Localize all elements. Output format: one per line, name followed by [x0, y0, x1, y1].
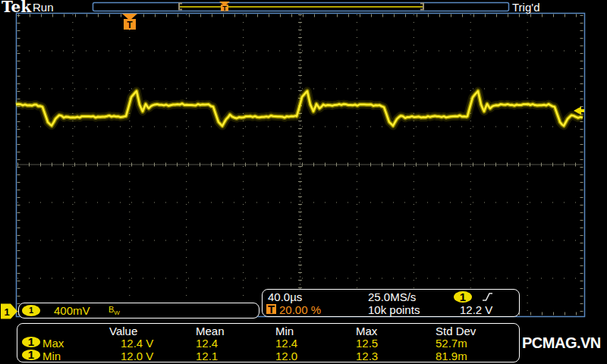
- svg-text:T: T: [127, 20, 133, 30]
- measurement-value: 81.9m: [436, 350, 467, 362]
- measurement-value: 12.1: [196, 350, 218, 362]
- rising-edge-slope-icon: [481, 291, 493, 303]
- trigger-position-percent: 20.00 %: [279, 303, 321, 316]
- measurement-row: 1Min12.0 V12.112.012.381.9m: [17, 350, 519, 362]
- watermark: PCMAG.VN: [522, 334, 601, 352]
- measurement-value: 52.7m: [436, 337, 467, 350]
- measurement-header: Value: [109, 325, 137, 337]
- trigger-status: Trig'd: [512, 1, 539, 14]
- measurement-header: Min: [275, 325, 294, 337]
- trigger-source-badge: 1: [454, 291, 472, 303]
- measurement-header: Max: [356, 325, 377, 337]
- measurement-value: 12.4 V: [121, 337, 153, 350]
- measurement-channel-badge: 1: [22, 337, 40, 347]
- measurement-value: 12.3: [356, 350, 378, 362]
- measurement-value: 12.4: [275, 337, 297, 350]
- measurement-value: 12.0: [275, 350, 297, 362]
- acquisition-status: Run: [33, 1, 54, 14]
- record-length: 10k points: [368, 303, 420, 316]
- timebase-trigger-readout-box: 40.0µs 25.0MS/s 1 T 20.00 % 10k points 1…: [262, 289, 520, 317]
- channel1-badge: 1: [22, 305, 40, 316]
- measurement-row: 1Max12.4 V12.412.412.552.7m: [17, 337, 519, 349]
- measurement-channel-badge: 1: [22, 350, 40, 360]
- timebase-scale: 40.0µs: [268, 290, 302, 303]
- measurement-table: ValueMeanMinMaxStd Dev1Max12.4 V12.412.4…: [17, 323, 520, 362]
- oscilloscope-screen: TT1 Tek Run Trig'd 1 400mV BW 40.0µs 25.…: [0, 0, 607, 364]
- tek-logo: Tek: [2, 0, 31, 16]
- measurement-header: Mean: [196, 325, 225, 337]
- measurement-header: Std Dev: [436, 325, 476, 337]
- trigger-t-badge-icon: T: [266, 304, 276, 314]
- measurement-value: 12.4: [196, 337, 218, 350]
- sample-rate: 25.0MS/s: [368, 290, 416, 303]
- channel1-scale: 400mV: [54, 304, 90, 317]
- measurement-name: Max: [42, 337, 64, 350]
- measurement-value: 12.5: [356, 337, 378, 350]
- svg-text:1: 1: [4, 306, 9, 318]
- trigger-level-value: 12.2 V: [460, 303, 492, 316]
- measurement-value: 12.0 V: [121, 350, 153, 362]
- measurement-name: Min: [42, 350, 61, 362]
- bandwidth-limit-icon: BW: [109, 305, 120, 316]
- channel1-readout-box: 1 400mV BW: [18, 303, 259, 318]
- svg-text:T: T: [222, 5, 227, 12]
